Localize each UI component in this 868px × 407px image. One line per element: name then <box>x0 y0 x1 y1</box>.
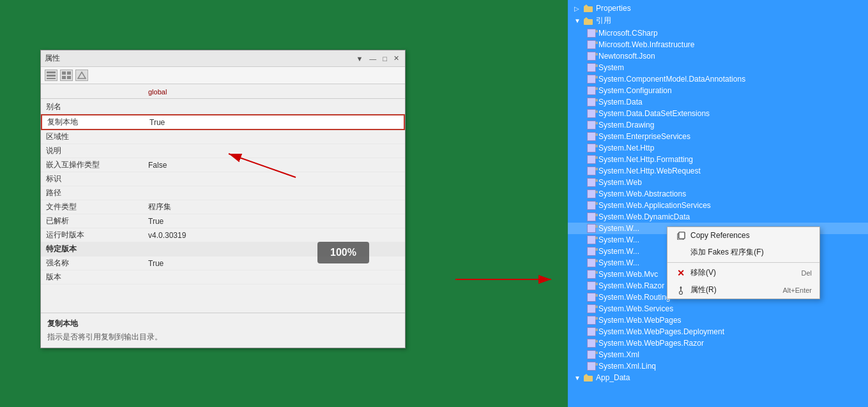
tree-item-system-web[interactable]: System.Web <box>568 177 868 188</box>
properties-folder-icon <box>583 4 593 13</box>
context-menu-properties[interactable]: 属性(R) Alt+Enter <box>667 281 819 299</box>
restore-btn[interactable]: □ <box>381 55 389 63</box>
svg-rect-0 <box>47 71 56 73</box>
tree-item-newtonsoft[interactable]: Newtonsoft.Json <box>568 50 868 62</box>
tree-item-system-xml[interactable]: System.Xml <box>568 349 868 360</box>
ref-label-8: System.Data.DataSetExtensions <box>598 109 710 118</box>
props-shortcut: Alt+Enter <box>782 286 812 294</box>
solution-panel: ▷ Properties ▼ 引用 Microsoft.CSharp Micro… <box>568 0 868 407</box>
svg-marker-18 <box>584 374 588 376</box>
prop-row-filetype: 文件类型 程序集 <box>41 200 405 214</box>
prop-name-identity: 标识 <box>46 174 148 184</box>
ref-label-10: System.EnterpriseServices <box>598 132 690 141</box>
ref-label-17: System.Web.DynamicData <box>598 212 690 221</box>
tree-item-system-data-ext[interactable]: System.Data.DataSetExtensions <box>568 108 868 119</box>
dropdown-btn[interactable]: ▼ <box>354 55 365 63</box>
ref-icon-30 <box>587 362 596 371</box>
ref-icon-16 <box>587 201 596 210</box>
tree-item-system-drawing[interactable]: System.Drawing <box>568 119 868 131</box>
titlebar-buttons: ▼ — □ ✕ <box>354 54 401 63</box>
ref-label-22: System.Web.Mvc <box>598 270 658 279</box>
tree-label-properties: Properties <box>596 4 631 13</box>
ref-icon-21 <box>587 258 596 267</box>
tree-item-system-data[interactable]: System.Data <box>568 96 868 108</box>
ref-label-15: System.Web.Abstractions <box>598 189 686 198</box>
toolbar-icon-3[interactable] <box>75 70 88 81</box>
prop-row-runtime: 运行时版本 v4.0.30319 <box>41 228 405 242</box>
ref-icon-17 <box>587 212 596 221</box>
context-menu-add-fakes[interactable]: 添加 Fakes 程序集(F) <box>667 244 819 261</box>
tree-item-properties[interactable]: ▷ Properties <box>568 3 868 14</box>
context-menu-copy-refs[interactable]: Copy References <box>667 227 819 244</box>
svg-rect-3 <box>62 71 66 75</box>
tree-item-system-net-http-webreq[interactable]: System.Net.Http.WebRequest <box>568 165 868 177</box>
svg-rect-6 <box>67 76 71 79</box>
tree-item-references[interactable]: ▼ 引用 <box>568 14 868 27</box>
svg-rect-1 <box>47 75 56 77</box>
tree-item-microsoft-web-infra[interactable]: Microsoft.Web.Infrastructure <box>568 39 868 50</box>
prop-name-runtime: 运行时版本 <box>46 230 148 241</box>
tree-item-system-web-services[interactable]: System.Web.Services <box>568 303 868 314</box>
prop-row-culture: 区域性 <box>41 130 405 144</box>
tree-item-system-web-appservices[interactable]: System.Web.ApplicationServices <box>568 200 868 211</box>
minimize-btn[interactable]: — <box>367 55 378 63</box>
tree-item-microsoft-csharp[interactable]: Microsoft.CSharp <box>568 27 868 39</box>
ref-icon-28 <box>587 339 596 348</box>
tree-item-system-web-webpages[interactable]: System.Web.WebPages <box>568 314 868 326</box>
add-fakes-icon <box>675 248 687 258</box>
expand-icon-properties: ▷ <box>574 5 582 12</box>
ref-icon-9 <box>587 121 596 130</box>
svg-rect-15 <box>584 19 593 25</box>
ref-label-6: System.Configuration <box>598 86 672 95</box>
tree-item-system-config[interactable]: System.Configuration <box>568 85 868 96</box>
prop-name-strongname: 强名称 <box>46 258 148 269</box>
prop-value-resolved: True <box>148 217 400 226</box>
ref-label-19: System.W... <box>598 235 639 244</box>
svg-rect-5 <box>62 76 66 79</box>
copy-refs-label: Copy References <box>690 231 750 240</box>
ref-icon-11 <box>587 144 596 152</box>
prop-row-path: 路径 <box>41 186 405 200</box>
properties-footer: 复制本地 指示是否将引用复制到输出目录。 <box>41 313 405 348</box>
copy-icon <box>675 230 687 241</box>
svg-rect-13 <box>584 6 588 12</box>
toolbar-icon-1[interactable] <box>45 70 57 81</box>
properties-window: 属性 ▼ — □ ✕ global 别名 复 <box>40 50 406 348</box>
ref-icon-2 <box>587 40 596 49</box>
tree-item-system-net-http-fmt[interactable]: System.Net.Http.Formatting <box>568 154 868 165</box>
close-btn[interactable]: ✕ <box>392 54 401 63</box>
tree-item-system-enterprise[interactable]: System.EnterpriseServices <box>568 131 868 142</box>
ref-label-29: System.Xml <box>598 350 639 359</box>
ref-icon-26 <box>587 316 596 325</box>
toolbar-icon-2[interactable] <box>60 70 73 81</box>
tree-item-system-web-webpages-razor[interactable]: System.Web.WebPages.Razor <box>568 337 868 349</box>
context-menu-remove[interactable]: ✕ 移除(V) Del <box>667 264 819 281</box>
ref-icon-23 <box>587 281 596 290</box>
tree-item-system-web-dyndata[interactable]: System.Web.DynamicData <box>568 211 868 223</box>
prop-name-culture: 区域性 <box>46 131 148 142</box>
tree-item-system-web-webpages-deploy[interactable]: System.Web.WebPages.Deployment <box>568 326 868 337</box>
ref-label-13: System.Net.Http.WebRequest <box>598 166 701 175</box>
ref-icon-6 <box>587 86 596 95</box>
ref-label-20: System.W... <box>598 247 639 256</box>
footer-title: 复制本地 <box>47 318 399 329</box>
expand-icon-references: ▼ <box>574 17 582 24</box>
prop-row-version: 版本 <box>41 270 405 285</box>
tree-item-app-data[interactable]: ▼ App_Data <box>568 372 868 383</box>
tree-item-system-net-http[interactable]: System.Net.Http <box>568 142 868 154</box>
tree-item-system[interactable]: System <box>568 62 868 73</box>
ref-label-12: System.Net.Http.Formatting <box>598 155 693 164</box>
tree-item-system-web-abstractions[interactable]: System.Web.Abstractions <box>568 188 868 200</box>
tree-item-system-xml-linq[interactable]: System.Xml.Linq <box>568 360 868 372</box>
props-icon <box>675 285 687 295</box>
prop-name-version: 版本 <box>46 272 148 283</box>
ref-icon-29 <box>587 350 596 359</box>
prop-row-resolved: 已解析 True <box>41 214 405 228</box>
svg-marker-16 <box>584 17 588 19</box>
prop-row-copy-local[interactable]: 复制本地 True <box>41 114 405 130</box>
ref-icon-14 <box>587 178 596 187</box>
tree-item-system-componentmodel[interactable]: System.ComponentModel.DataAnnotations <box>568 73 868 85</box>
ref-icon-7 <box>587 98 596 107</box>
ref-label-25: System.Web.Services <box>598 304 673 313</box>
appdata-folder-icon <box>583 373 593 382</box>
